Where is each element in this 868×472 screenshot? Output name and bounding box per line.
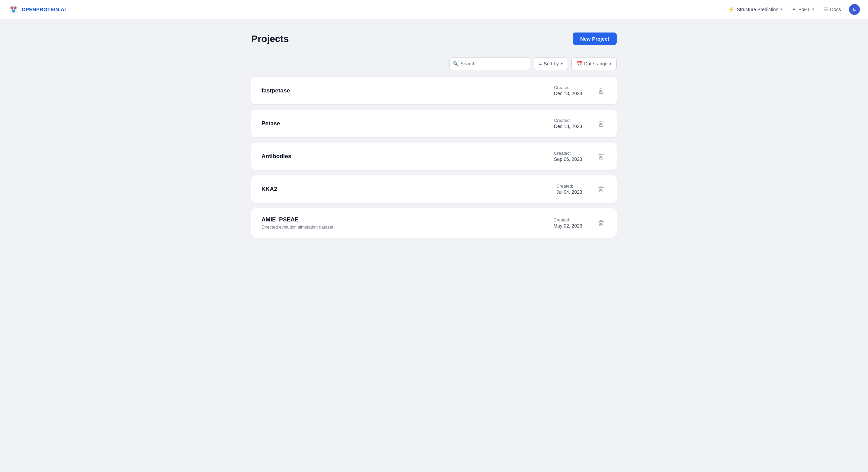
main-content: Projects New Project 🔍 ≡ Sort by ▾ 📅 Dat… xyxy=(231,19,637,251)
created-label: Created: xyxy=(554,151,582,156)
structure-prediction-icon: ⚡ xyxy=(728,6,735,13)
project-card[interactable]: Antibodies Created: Sep 06, 2023 xyxy=(251,143,617,170)
project-info: KKA2 xyxy=(261,186,556,193)
project-name: Petase xyxy=(261,120,554,127)
date-range-button[interactable]: 📅 Date range ▾ xyxy=(571,57,617,70)
date-range-chevron-icon: ▾ xyxy=(610,62,612,66)
sort-by-label: Sort by xyxy=(544,61,558,66)
project-actions xyxy=(596,184,607,195)
project-actions xyxy=(596,151,607,162)
avatar-initial: L xyxy=(853,7,856,12)
filters-row: 🔍 ≡ Sort by ▾ 📅 Date range ▾ xyxy=(251,57,617,70)
trash-icon xyxy=(598,120,604,127)
poet-chevron-icon: ▾ xyxy=(812,7,814,12)
date-range-label: Date range xyxy=(584,61,608,66)
project-list: fastpetase Created: Dec 13, 2023 xyxy=(251,77,617,238)
navbar: OPENPROTEIN.AI ⚡ Structure Prediction ▾ … xyxy=(0,0,868,19)
project-info: fastpetase xyxy=(261,87,554,94)
project-name: fastpetase xyxy=(261,87,554,94)
brand-name: OPENPROTEIN.AI xyxy=(22,6,66,12)
search-input[interactable] xyxy=(449,57,530,70)
nav-poet-label: PoET xyxy=(798,7,810,12)
trash-icon xyxy=(598,87,604,94)
delete-project-button[interactable] xyxy=(596,85,607,96)
project-name: Antibodies xyxy=(261,153,554,160)
created-date: Jul 04, 2023 xyxy=(556,189,582,195)
poet-icon: ✦ xyxy=(792,6,796,13)
project-date-info: Created: Dec 13, 2023 xyxy=(554,118,582,129)
project-info: Petase xyxy=(261,120,554,127)
nav-docs[interactable]: ☰ Docs xyxy=(820,4,845,15)
page-header: Projects New Project xyxy=(251,33,617,45)
delete-project-button[interactable] xyxy=(596,151,607,162)
brand-logo xyxy=(8,4,19,15)
docs-icon: ☰ xyxy=(824,6,828,13)
user-avatar[interactable]: L xyxy=(849,4,860,15)
project-card[interactable]: Petase Created: Dec 13, 2023 xyxy=(251,110,617,137)
nav-poet[interactable]: ✦ PoET ▾ xyxy=(788,4,818,15)
project-actions xyxy=(596,118,607,129)
calendar-icon: 📅 xyxy=(576,61,582,66)
project-date-info: Created: Sep 06, 2023 xyxy=(554,151,582,162)
created-label: Created: xyxy=(554,118,582,123)
page-title: Projects xyxy=(251,34,289,44)
delete-project-button[interactable] xyxy=(596,118,607,129)
project-name: AMIE_PSEAE xyxy=(261,216,553,223)
search-container: 🔍 xyxy=(449,57,530,70)
project-info: Antibodies xyxy=(261,153,554,160)
created-label: Created: xyxy=(553,217,582,222)
structure-prediction-chevron-icon: ▾ xyxy=(780,7,782,12)
created-date: May 02, 2023 xyxy=(553,223,582,229)
created-date: Dec 13, 2023 xyxy=(554,124,582,129)
project-card[interactable]: AMIE_PSEAE Directed evolution simulation… xyxy=(251,208,617,238)
project-card[interactable]: fastpetase Created: Dec 13, 2023 xyxy=(251,77,617,104)
created-date: Dec 13, 2023 xyxy=(554,91,582,96)
navbar-right: ⚡ Structure Prediction ▾ ✦ PoET ▾ ☰ Docs… xyxy=(724,4,860,15)
sort-by-chevron-icon: ▾ xyxy=(561,62,563,66)
nav-docs-label: Docs xyxy=(830,7,841,12)
project-subtitle: Directed evolution simulation dataset xyxy=(261,224,553,230)
project-actions xyxy=(596,218,607,229)
created-label: Created: xyxy=(556,184,582,189)
svg-point-0 xyxy=(9,4,19,14)
created-label: Created: xyxy=(554,85,582,90)
trash-icon xyxy=(598,153,604,160)
sort-icon: ≡ xyxy=(539,61,542,66)
trash-icon xyxy=(598,220,604,227)
project-name: KKA2 xyxy=(261,186,556,193)
project-info: AMIE_PSEAE Directed evolution simulation… xyxy=(261,216,553,230)
project-card[interactable]: KKA2 Created: Jul 04, 2023 xyxy=(251,175,617,203)
nav-structure-prediction-label: Structure Prediction xyxy=(737,7,778,12)
brand-link[interactable]: OPENPROTEIN.AI xyxy=(8,4,66,15)
project-actions xyxy=(596,85,607,96)
new-project-button[interactable]: New Project xyxy=(573,33,617,45)
delete-project-button[interactable] xyxy=(596,184,607,195)
sort-by-button[interactable]: ≡ Sort by ▾ xyxy=(534,57,568,70)
nav-structure-prediction[interactable]: ⚡ Structure Prediction ▾ xyxy=(724,4,786,15)
project-date-info: Created: Jul 04, 2023 xyxy=(556,184,582,195)
project-date-info: Created: Dec 13, 2023 xyxy=(554,85,582,96)
project-date-info: Created: May 02, 2023 xyxy=(553,217,582,229)
search-icon: 🔍 xyxy=(453,61,458,66)
delete-project-button[interactable] xyxy=(596,218,607,229)
trash-icon xyxy=(598,186,604,193)
created-date: Sep 06, 2023 xyxy=(554,156,582,162)
